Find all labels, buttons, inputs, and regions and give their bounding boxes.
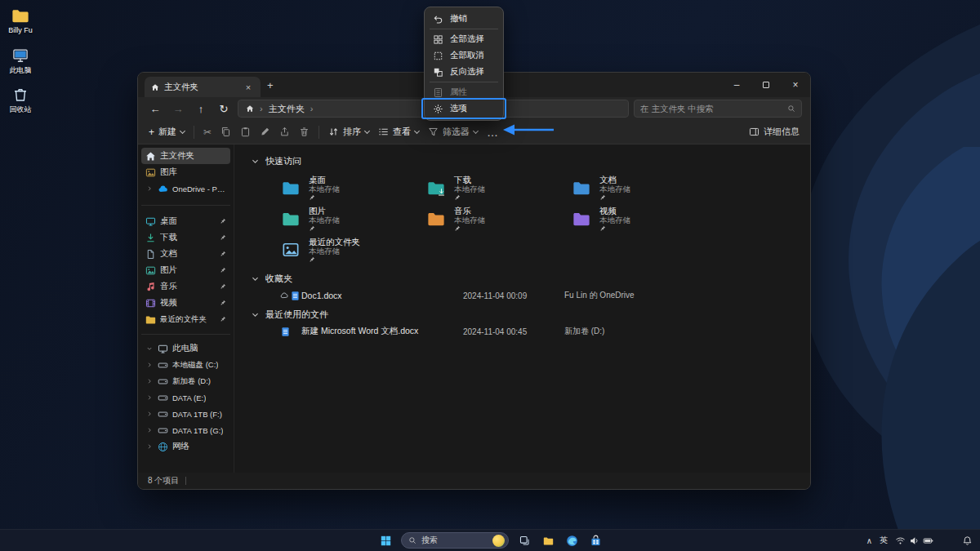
forward-button[interactable]: → <box>169 103 187 115</box>
minimize-button[interactable]: – <box>722 73 751 97</box>
rename-icon[interactable] <box>260 127 270 137</box>
desktop-icon-billy-fu[interactable]: Billy Fu <box>2 7 39 34</box>
new-tab-button[interactable]: + <box>267 79 274 91</box>
edge-button[interactable] <box>564 532 580 549</box>
folder-icon <box>571 210 592 228</box>
tile-name: 音乐 <box>454 207 485 216</box>
new-button[interactable]: + 新建 <box>149 126 185 138</box>
file-row-doc1[interactable]: Doc1.docx 2024-11-04 00:09 Fu Lin 的 OneD… <box>280 287 810 304</box>
sidebar-item-recent-folder[interactable]: 最近的文件夹 <box>141 311 230 327</box>
window-controls: – × <box>722 73 810 97</box>
tile-videos[interactable]: 视频 本地存储 <box>571 203 716 234</box>
videos-icon <box>145 298 156 309</box>
sidebar-item-documents[interactable]: 文档 <box>141 246 230 262</box>
download-arrow-icon <box>437 188 446 197</box>
menu-item-invert-selection[interactable]: 反向选择 <box>425 64 503 80</box>
cut-icon[interactable]: ✂ <box>203 127 212 138</box>
sidebar-item-this-pc[interactable]: 此电脑 <box>141 340 230 357</box>
tile-name: 视频 <box>599 207 630 216</box>
folder-icon <box>571 179 592 197</box>
chevron-down-icon <box>473 127 479 133</box>
tile-music[interactable]: 音乐 本地存储 <box>425 203 571 234</box>
up-button[interactable]: ↑ <box>192 103 210 115</box>
sidebar-item-drive-d[interactable]: 新加卷 (D:) <box>141 373 230 389</box>
sidebar-item-videos[interactable]: 视频 <box>141 295 230 311</box>
file-explorer-button[interactable] <box>540 532 556 549</box>
sidebar-label: 音乐 <box>160 281 177 292</box>
menu-item-select-none[interactable]: 全部取消 <box>425 47 503 64</box>
menu-item-properties[interactable]: 属性 <box>425 84 503 100</box>
tab-close-button[interactable]: × <box>243 82 254 92</box>
sidebar-item-drive-g[interactable]: DATA 1TB (G:) <box>141 422 230 438</box>
menu-item-options[interactable]: 选项 <box>425 100 503 117</box>
section-recent-files[interactable]: 最近使用的文件 <box>251 306 810 322</box>
sidebar-item-desktop[interactable]: 桌面 <box>141 213 230 229</box>
sidebar-item-pictures[interactable]: 图片 <box>141 262 230 278</box>
taskbar-search[interactable]: 搜索 <box>401 532 509 549</box>
maximize-button[interactable] <box>751 73 781 97</box>
tile-recent-folder[interactable]: 最近的文件夹 本地存储 <box>280 234 425 265</box>
sidebar-item-network[interactable]: 网络 <box>141 438 230 455</box>
desktop-icon-this-pc[interactable]: 此电脑 <box>2 47 39 76</box>
search-box[interactable] <box>634 100 802 118</box>
delete-icon[interactable] <box>299 127 310 137</box>
store-icon <box>590 535 602 547</box>
sidebar-item-home[interactable]: 主文件夹 <box>141 148 230 164</box>
tile-pictures[interactable]: 图片 本地存储 <box>280 203 425 234</box>
language-indicator[interactable]: 英 <box>880 535 888 546</box>
see-more-button[interactable]: … <box>487 128 499 136</box>
sidebar-item-drive-e[interactable]: DATA (E:) <box>141 389 230 406</box>
explorer-tab[interactable]: 主文件夹 × <box>145 77 261 97</box>
gallery-icon <box>145 167 156 178</box>
sidebar-item-onedrive[interactable]: OneDrive - Personal <box>141 180 230 197</box>
tray-status-icons[interactable] <box>895 535 933 546</box>
menu-item-label: 全部取消 <box>450 50 484 61</box>
share-icon[interactable] <box>279 127 290 137</box>
close-button[interactable]: × <box>781 73 810 97</box>
home-icon <box>246 104 254 113</box>
sort-button[interactable]: 排序 <box>328 126 369 138</box>
menu-item-label: 属性 <box>450 87 467 98</box>
search-input[interactable] <box>640 104 782 113</box>
tray-chevron-up-icon[interactable]: ∧ <box>866 536 872 545</box>
chevron-down-icon <box>414 127 420 133</box>
weather-icon <box>492 535 505 547</box>
paste-icon[interactable] <box>240 127 251 137</box>
view-button[interactable]: 查看 <box>378 126 419 138</box>
tile-documents[interactable]: 文档 本地存储 <box>571 172 716 203</box>
section-title: 最近使用的文件 <box>265 309 328 321</box>
section-favorites[interactable]: 收藏夹 <box>251 270 810 287</box>
tile-subtitle: 本地存储 <box>309 247 360 256</box>
chevron-right-icon <box>145 394 154 401</box>
sidebar-item-drive-c[interactable]: 本地磁盘 (C:) <box>141 357 230 373</box>
sidebar-item-downloads[interactable]: 下载 <box>141 229 230 246</box>
notification-center-button[interactable] <box>959 532 975 549</box>
desktop-icon-recycle-bin[interactable]: 回收站 <box>2 87 39 115</box>
section-quick-access[interactable]: 快速访问 <box>251 153 810 169</box>
file-row-new-word-doc[interactable]: 新建 Microsoft Word 文档.docx 2024-11-04 00:… <box>280 322 810 340</box>
tile-downloads[interactable]: 下载 本地存储 <box>425 172 571 203</box>
tile-desktop[interactable]: 桌面 本地存储 <box>280 172 425 203</box>
sidebar-item-drive-f[interactable]: DATA 1TB (F:) <box>141 406 230 422</box>
pin-icon <box>220 267 226 273</box>
filter-button[interactable]: 筛选器 <box>428 126 478 138</box>
menu-item-undo[interactable]: 撤销 <box>425 11 503 27</box>
back-button[interactable]: ← <box>146 103 164 115</box>
sidebar-label: OneDrive - Personal <box>172 184 226 193</box>
refresh-button[interactable]: ↻ <box>215 103 233 115</box>
breadcrumb-root[interactable]: 主文件夹 <box>269 103 305 115</box>
copy-icon[interactable] <box>220 127 231 137</box>
sidebar-item-music[interactable]: 音乐 <box>141 278 230 295</box>
start-button[interactable] <box>377 532 394 549</box>
edge-icon <box>566 535 578 547</box>
chevron-right-icon <box>145 443 154 450</box>
sidebar-item-gallery[interactable]: 图库 <box>141 164 230 180</box>
tile-subtitle: 本地存储 <box>309 184 340 193</box>
menu-item-select-all[interactable]: 全部选择 <box>425 31 503 47</box>
undo-icon <box>433 14 443 24</box>
section-title: 快速访问 <box>265 155 301 167</box>
store-button[interactable] <box>587 532 604 549</box>
details-pane-button[interactable]: 详细信息 <box>749 126 800 138</box>
chevron-right-icon <box>145 378 154 384</box>
task-view-button[interactable] <box>516 532 532 549</box>
